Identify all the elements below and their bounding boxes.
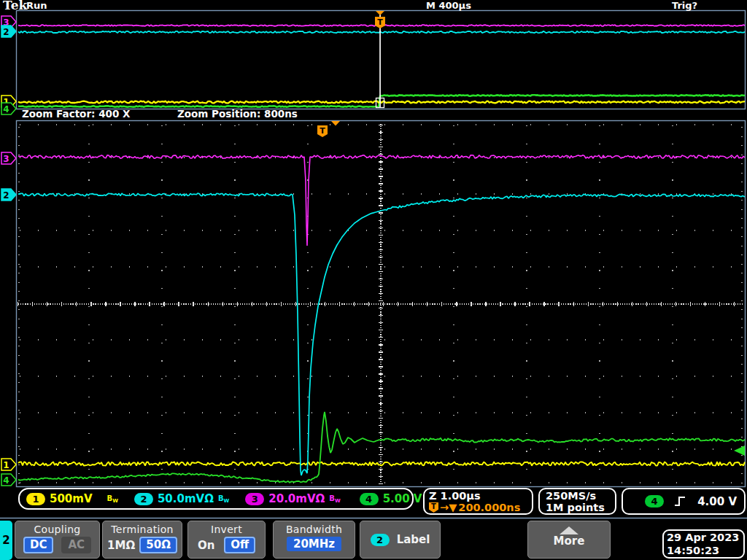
trace-ch2 — [18, 31, 745, 33]
overview-trigger-marker[interactable]: T — [375, 11, 385, 108]
scope-display: TT32143214 — [0, 0, 747, 560]
bottom-menu-bar: 2 Coupling DC AC Termination 1MΩ 50Ω Inv… — [0, 519, 747, 560]
menu-termination: Termination 1MΩ 50Ω — [102, 521, 182, 559]
svg-text:4: 4 — [3, 475, 9, 486]
channel-3-readout[interactable]: 320.0mVΩBW — [245, 492, 340, 505]
svg-text:T: T — [320, 126, 325, 136]
svg-text:T: T — [377, 18, 383, 27]
invert-off-button[interactable]: Off — [224, 537, 255, 553]
record-length: 1M points — [546, 502, 609, 513]
termination-1mohm-button[interactable]: 1MΩ — [107, 539, 135, 552]
acquisition-status: Run — [26, 0, 47, 11]
svg-text:1: 1 — [3, 460, 9, 470]
trigger-t-icon: T — [429, 502, 438, 513]
channel-4-badge: 4 — [360, 493, 379, 505]
channel-2-marker[interactable]: 2 — [1, 26, 16, 37]
zoom-timebase-box: Z 1.00µs T→▼200.000ns — [423, 488, 533, 515]
channel-4-scale: 5.00 V — [383, 492, 422, 505]
coupling-dc-button[interactable]: DC — [23, 537, 53, 553]
rising-edge-icon — [674, 496, 686, 507]
channel-2-menu-tab[interactable]: 2 — [0, 521, 12, 560]
channel-2-readout[interactable]: 250.0mVΩBW — [134, 492, 229, 505]
datetime-box: 29 Apr 2023 14:50:23 — [662, 529, 745, 559]
channel-3-badge: 3 — [245, 493, 264, 505]
menu-more[interactable]: More — [527, 521, 611, 559]
sample-rate: 250MS/s — [546, 490, 609, 502]
date-readout: 29 Apr 2023 — [667, 531, 740, 544]
more-up-arrow-icon — [560, 526, 578, 534]
channel-1-scale: 500mV — [50, 492, 93, 505]
menu-bandwidth[interactable]: Bandwidth 20MHz — [273, 521, 355, 559]
trigger-position-value: 200.000ns — [458, 502, 520, 513]
trigger-source-badge: 4 — [645, 495, 664, 508]
invert-title: Invert — [188, 524, 265, 535]
trigger-level-readout: 4.00 V — [697, 495, 737, 508]
center-axes — [18, 124, 743, 484]
menu-coupling: Coupling DC AC — [15, 521, 100, 559]
bandwidth-title: Bandwidth — [274, 524, 355, 535]
trace-ch1 — [18, 101, 745, 104]
channel-2-scale: 50.0mVΩ — [158, 492, 214, 505]
channel-2-bandwidth-limit-icon: BW — [218, 494, 229, 504]
trigger-settings-box: 4 4.00 V — [622, 488, 746, 515]
channel-scale-readouts: 1500mVBW250.0mVΩBW320.0mVΩBW45.00 VBW — [18, 488, 414, 510]
zoom-scale-readout: Z 1.00µs — [429, 490, 527, 502]
more-button-text: More — [528, 534, 610, 548]
coupling-title: Coupling — [15, 524, 99, 535]
channel-1-marker[interactable]: 1 — [1, 459, 16, 470]
termination-title: Termination — [103, 524, 182, 535]
svg-text:2: 2 — [3, 27, 9, 37]
main-timebase-readout: M 400µs — [426, 0, 471, 11]
trigger-level-arrow[interactable] — [734, 446, 745, 456]
channel-1-badge: 1 — [26, 493, 45, 505]
acquisition-box: 250MS/s 1M points — [538, 488, 616, 515]
label-channel-badge: 2 — [371, 534, 390, 546]
trigger-arrow-icons: →▼ — [440, 502, 457, 513]
svg-text:3: 3 — [3, 154, 9, 164]
menu-label[interactable]: 2 Label — [360, 521, 441, 559]
invert-on-button[interactable]: On — [198, 539, 214, 552]
main-trigger-position-marker[interactable]: T — [317, 121, 340, 137]
channel-1-bandwidth-limit-icon: BW — [107, 494, 118, 504]
tek-logo: Tek — [3, 0, 27, 12]
channel-3-bandwidth-limit-icon: BW — [329, 494, 340, 504]
trigger-status: Trig? — [672, 0, 697, 11]
time-readout: 14:50:23 — [667, 544, 740, 557]
channel-2-badge: 2 — [134, 493, 153, 505]
bandwidth-value[interactable]: 20MHz — [287, 537, 341, 551]
channel-3-scale: 20.0mVΩ — [268, 492, 325, 505]
termination-50ohm-button[interactable]: 50Ω — [139, 537, 177, 553]
channel-4-marker[interactable]: 4 — [1, 474, 16, 486]
channel-3-marker[interactable]: 3 — [1, 152, 16, 164]
svg-text:2: 2 — [3, 190, 9, 201]
label-button-text: Label — [397, 533, 430, 546]
channel-1-readout[interactable]: 1500mVBW — [26, 492, 118, 505]
zoom-factor-label: Zoom Factor: 400 X — [22, 108, 130, 120]
menu-invert: Invert On Off — [187, 521, 266, 559]
svg-text:4: 4 — [3, 104, 9, 114]
trigger-position-readout: T→▼200.000ns — [429, 502, 527, 513]
coupling-ac-button[interactable]: AC — [61, 537, 91, 553]
zoom-position-label: Zoom Position: 800ns — [177, 108, 298, 120]
channel-2-marker[interactable]: 2 — [1, 189, 16, 201]
